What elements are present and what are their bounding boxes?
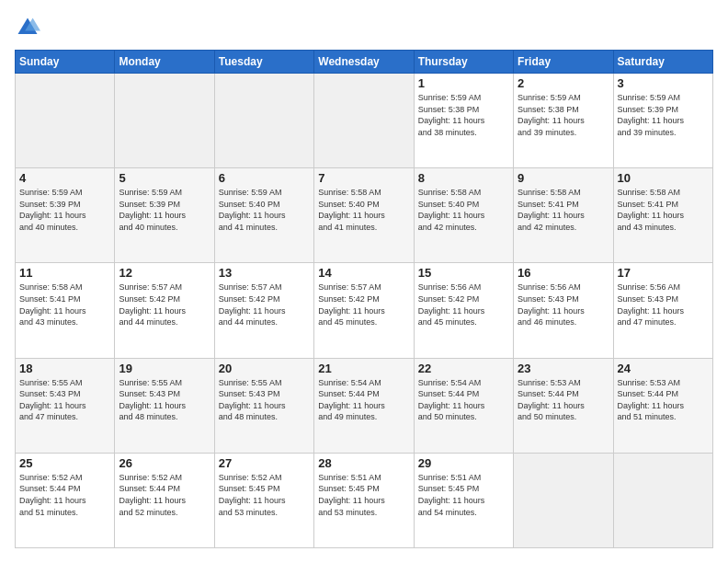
calendar-cell: 22Sunrise: 5:54 AM Sunset: 5:44 PM Dayli… [414, 358, 513, 453]
day-number: 4 [19, 171, 110, 185]
day-number: 3 [618, 76, 709, 90]
calendar-cell: 25Sunrise: 5:52 AM Sunset: 5:44 PM Dayli… [16, 453, 115, 547]
day-number: 13 [219, 266, 310, 280]
calendar-header-tuesday: Tuesday [214, 51, 313, 74]
calendar-cell: 12Sunrise: 5:57 AM Sunset: 5:42 PM Dayli… [115, 263, 214, 358]
calendar-cell: 5Sunrise: 5:59 AM Sunset: 5:39 PM Daylig… [115, 168, 214, 263]
day-number: 19 [119, 362, 210, 375]
calendar-cell: 7Sunrise: 5:58 AM Sunset: 5:40 PM Daylig… [314, 168, 414, 263]
day-number: 20 [219, 362, 310, 375]
calendar-week-1: 1Sunrise: 5:59 AM Sunset: 5:38 PM Daylig… [16, 74, 713, 168]
calendar-cell [16, 74, 115, 168]
calendar-cell: 29Sunrise: 5:51 AM Sunset: 5:45 PM Dayli… [414, 453, 513, 547]
calendar-cell: 21Sunrise: 5:54 AM Sunset: 5:44 PM Dayli… [314, 358, 414, 453]
calendar-cell: 14Sunrise: 5:57 AM Sunset: 5:42 PM Dayli… [314, 263, 414, 358]
calendar-cell: 13Sunrise: 5:57 AM Sunset: 5:42 PM Dayli… [214, 263, 313, 358]
day-info: Sunrise: 5:53 AM Sunset: 5:44 PM Dayligh… [518, 377, 609, 423]
calendar-cell: 28Sunrise: 5:51 AM Sunset: 5:45 PM Dayli… [314, 453, 414, 547]
calendar-week-3: 11Sunrise: 5:58 AM Sunset: 5:41 PM Dayli… [16, 263, 713, 358]
day-info: Sunrise: 5:51 AM Sunset: 5:45 PM Dayligh… [418, 472, 509, 518]
header [15, 15, 713, 40]
day-info: Sunrise: 5:59 AM Sunset: 5:39 PM Dayligh… [618, 92, 709, 138]
day-info: Sunrise: 5:51 AM Sunset: 5:45 PM Dayligh… [318, 472, 409, 518]
calendar-cell: 15Sunrise: 5:56 AM Sunset: 5:42 PM Dayli… [414, 263, 513, 358]
calendar-cell: 11Sunrise: 5:58 AM Sunset: 5:41 PM Dayli… [16, 263, 115, 358]
day-number: 26 [119, 456, 210, 470]
day-number: 18 [19, 362, 110, 375]
day-info: Sunrise: 5:56 AM Sunset: 5:43 PM Dayligh… [618, 282, 709, 327]
calendar-cell: 27Sunrise: 5:52 AM Sunset: 5:45 PM Dayli… [214, 453, 313, 547]
calendar-header-row: SundayMondayTuesdayWednesdayThursdayFrid… [16, 51, 713, 74]
logo [15, 15, 44, 40]
calendar-week-2: 4Sunrise: 5:59 AM Sunset: 5:39 PM Daylig… [16, 168, 713, 263]
page: SundayMondayTuesdayWednesdayThursdayFrid… [0, 0, 728, 563]
calendar-table: SundayMondayTuesdayWednesdayThursdayFrid… [15, 50, 713, 548]
day-number: 7 [318, 171, 409, 185]
day-number: 2 [518, 76, 609, 90]
day-info: Sunrise: 5:59 AM Sunset: 5:39 PM Dayligh… [119, 187, 210, 233]
calendar-header-friday: Friday [514, 51, 613, 74]
day-info: Sunrise: 5:58 AM Sunset: 5:41 PM Dayligh… [19, 282, 110, 327]
day-info: Sunrise: 5:52 AM Sunset: 5:44 PM Dayligh… [119, 472, 210, 518]
day-info: Sunrise: 5:58 AM Sunset: 5:40 PM Dayligh… [418, 187, 509, 233]
day-info: Sunrise: 5:55 AM Sunset: 5:43 PM Dayligh… [119, 377, 210, 423]
calendar-cell: 10Sunrise: 5:58 AM Sunset: 5:41 PM Dayli… [613, 168, 712, 263]
day-number: 12 [119, 266, 210, 280]
day-info: Sunrise: 5:56 AM Sunset: 5:42 PM Dayligh… [418, 282, 509, 327]
day-number: 17 [618, 266, 709, 280]
day-info: Sunrise: 5:55 AM Sunset: 5:43 PM Dayligh… [19, 377, 110, 423]
calendar-cell: 4Sunrise: 5:59 AM Sunset: 5:39 PM Daylig… [16, 168, 115, 263]
day-number: 27 [219, 456, 310, 470]
day-number: 25 [19, 456, 110, 470]
calendar-cell [613, 453, 712, 547]
calendar-cell [514, 453, 613, 547]
calendar-cell: 19Sunrise: 5:55 AM Sunset: 5:43 PM Dayli… [115, 358, 214, 453]
day-number: 9 [518, 171, 609, 185]
day-info: Sunrise: 5:52 AM Sunset: 5:44 PM Dayligh… [19, 472, 110, 518]
calendar-cell: 20Sunrise: 5:55 AM Sunset: 5:43 PM Dayli… [214, 358, 313, 453]
day-info: Sunrise: 5:59 AM Sunset: 5:38 PM Dayligh… [518, 92, 609, 138]
day-number: 14 [318, 266, 409, 280]
calendar-cell: 3Sunrise: 5:59 AM Sunset: 5:39 PM Daylig… [613, 74, 712, 168]
day-number: 24 [618, 362, 709, 375]
day-info: Sunrise: 5:53 AM Sunset: 5:44 PM Dayligh… [618, 377, 709, 423]
day-info: Sunrise: 5:55 AM Sunset: 5:43 PM Dayligh… [219, 377, 310, 423]
calendar-cell: 24Sunrise: 5:53 AM Sunset: 5:44 PM Dayli… [613, 358, 712, 453]
day-number: 15 [418, 266, 509, 280]
calendar-cell: 23Sunrise: 5:53 AM Sunset: 5:44 PM Dayli… [514, 358, 613, 453]
calendar-header-monday: Monday [115, 51, 214, 74]
day-info: Sunrise: 5:58 AM Sunset: 5:41 PM Dayligh… [618, 187, 709, 233]
day-number: 29 [418, 456, 509, 470]
calendar-cell: 6Sunrise: 5:59 AM Sunset: 5:40 PM Daylig… [214, 168, 313, 263]
day-number: 6 [219, 171, 310, 185]
day-info: Sunrise: 5:59 AM Sunset: 5:40 PM Dayligh… [219, 187, 310, 233]
calendar-cell: 17Sunrise: 5:56 AM Sunset: 5:43 PM Dayli… [613, 263, 712, 358]
calendar-week-5: 25Sunrise: 5:52 AM Sunset: 5:44 PM Dayli… [16, 453, 713, 547]
day-info: Sunrise: 5:59 AM Sunset: 5:39 PM Dayligh… [19, 187, 110, 233]
day-number: 23 [518, 362, 609, 375]
calendar-cell: 26Sunrise: 5:52 AM Sunset: 5:44 PM Dayli… [115, 453, 214, 547]
day-info: Sunrise: 5:54 AM Sunset: 5:44 PM Dayligh… [318, 377, 409, 423]
calendar-cell: 16Sunrise: 5:56 AM Sunset: 5:43 PM Dayli… [514, 263, 613, 358]
day-number: 22 [418, 362, 509, 375]
day-info: Sunrise: 5:54 AM Sunset: 5:44 PM Dayligh… [418, 377, 509, 423]
calendar-cell: 9Sunrise: 5:58 AM Sunset: 5:41 PM Daylig… [514, 168, 613, 263]
day-info: Sunrise: 5:52 AM Sunset: 5:45 PM Dayligh… [219, 472, 310, 518]
calendar-header-saturday: Saturday [613, 51, 712, 74]
day-number: 5 [119, 171, 210, 185]
logo-icon [15, 15, 40, 40]
calendar-cell: 1Sunrise: 5:59 AM Sunset: 5:38 PM Daylig… [414, 74, 513, 168]
day-number: 8 [418, 171, 509, 185]
calendar-header-sunday: Sunday [16, 51, 115, 74]
calendar-week-4: 18Sunrise: 5:55 AM Sunset: 5:43 PM Dayli… [16, 358, 713, 453]
calendar-cell: 2Sunrise: 5:59 AM Sunset: 5:38 PM Daylig… [514, 74, 613, 168]
calendar-cell [314, 74, 414, 168]
day-info: Sunrise: 5:57 AM Sunset: 5:42 PM Dayligh… [119, 282, 210, 327]
day-info: Sunrise: 5:56 AM Sunset: 5:43 PM Dayligh… [518, 282, 609, 327]
day-number: 11 [19, 266, 110, 280]
day-number: 10 [618, 171, 709, 185]
calendar-cell: 8Sunrise: 5:58 AM Sunset: 5:40 PM Daylig… [414, 168, 513, 263]
calendar-header-thursday: Thursday [414, 51, 513, 74]
calendar-cell: 18Sunrise: 5:55 AM Sunset: 5:43 PM Dayli… [16, 358, 115, 453]
day-info: Sunrise: 5:58 AM Sunset: 5:40 PM Dayligh… [318, 187, 409, 233]
